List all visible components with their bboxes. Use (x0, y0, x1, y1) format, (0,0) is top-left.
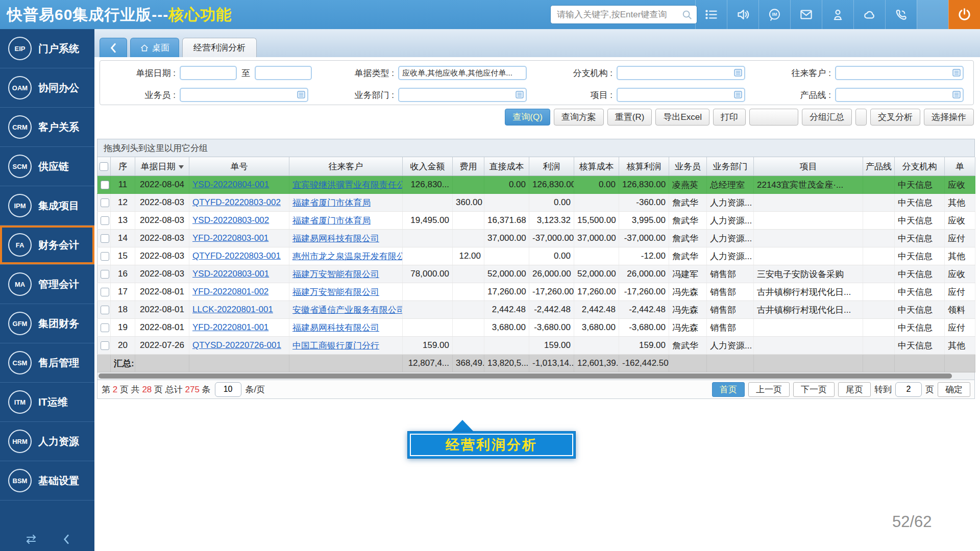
row-checkbox[interactable] (101, 323, 109, 332)
doc-no-link[interactable]: QTYSD-20220726-001 (192, 340, 281, 350)
export-excel-button[interactable]: 导出Excel (655, 109, 709, 126)
goto-confirm-button[interactable]: 确定 (938, 382, 970, 397)
branch-input[interactable] (618, 67, 744, 79)
row-checkbox[interactable] (101, 270, 109, 279)
salesman-lookup-icon[interactable] (297, 91, 305, 98)
table-row[interactable]: 122022-08-03QTYFD-20220803-002福建省厦门市体育局3… (97, 194, 975, 212)
cross-analysis-button[interactable]: 交叉分析 (870, 109, 920, 126)
doc-no-link[interactable]: YSD-20220803-001 (192, 269, 269, 279)
mail-icon[interactable] (790, 0, 822, 29)
doc-no-link[interactable]: LLCK-20220801-001 (192, 305, 273, 314)
search-input[interactable] (551, 6, 697, 23)
tab-desktop[interactable]: 桌面 (130, 38, 179, 57)
row-checkbox[interactable] (101, 341, 109, 350)
product-line-lookup-icon[interactable] (952, 91, 961, 98)
column-header-9[interactable]: 核算利润 (619, 157, 669, 176)
column-header-5[interactable]: 费用 (453, 157, 484, 176)
column-header-7[interactable]: 利润 (529, 157, 574, 176)
sidebar-item-eip[interactable]: EIP门户系统 (0, 29, 94, 68)
power-icon[interactable] (948, 0, 980, 29)
prev-page-button[interactable]: 上一页 (748, 382, 790, 397)
query-plan-button[interactable]: 查询方案 (554, 109, 604, 126)
column-header-0[interactable]: 序 (111, 157, 135, 176)
customer-link[interactable]: 福建易网科技有限公司 (292, 323, 379, 333)
partner-lookup-icon[interactable] (952, 69, 961, 77)
group-by-drop-zone[interactable]: 拖拽列头到这里以用它分组 (97, 139, 975, 157)
blank-button-button[interactable] (749, 109, 798, 126)
table-row[interactable]: 112022-08-04YSD-20220804-001宜宾骏继洪骥置业有限责任… (97, 176, 975, 194)
table-row[interactable]: 192022-08-01YFD-20220801-001福建易网科技有限公司3,… (97, 319, 975, 337)
doc-date-to-input[interactable] (256, 67, 311, 79)
search-icon[interactable] (681, 9, 693, 20)
doc-no-link[interactable]: YSD-20220804-001 (192, 180, 269, 189)
blank-small-button-button[interactable] (855, 109, 867, 126)
goto-page-input[interactable] (895, 382, 922, 397)
customer-link[interactable]: 惠州市龙之泉温泉开发有限公... (292, 252, 403, 261)
print-button[interactable]: 打印 (713, 109, 746, 126)
im-icon[interactable]: IM (758, 0, 790, 29)
page-size-input[interactable] (215, 382, 241, 397)
row-checkbox[interactable] (101, 252, 109, 261)
sidebar-item-scm[interactable]: SCM供应链 (0, 147, 94, 186)
horizontal-scrollbar-track[interactable] (97, 372, 975, 380)
tab-profit-analysis[interactable]: 经营利润分析 (182, 38, 257, 57)
column-header-8[interactable]: 核算成本 (574, 157, 619, 176)
sidebar-item-ipm[interactable]: IPM集成项目 (0, 186, 94, 226)
table-row[interactable]: 132022-08-03YSD-20220803-002福建省厦门市体育局19,… (97, 212, 975, 230)
project-input[interactable] (618, 89, 744, 101)
row-checkbox[interactable] (101, 288, 109, 296)
customer-link[interactable]: 福建省厦门市体育局 (292, 216, 371, 226)
blank-cell[interactable] (917, 0, 948, 29)
row-checkbox[interactable] (101, 198, 109, 207)
last-page-button[interactable]: 尾页 (838, 382, 871, 397)
table-row[interactable]: 162022-08-03YSD-20220803-001福建万安智能有限公司78… (97, 265, 975, 283)
row-checkbox[interactable] (101, 306, 109, 314)
sidebar-item-bsm[interactable]: BSM基础设置 (0, 461, 94, 500)
table-row[interactable]: 182022-08-01LLCK-20220801-001安徽省通信产业服务有限… (97, 301, 975, 319)
sidebar-item-crm[interactable]: CRM客户关系 (0, 108, 94, 147)
group-summary-button[interactable]: 分组汇总 (802, 109, 852, 126)
column-header-14[interactable]: 分支机构 (895, 157, 945, 176)
horizontal-scrollbar-thumb[interactable] (99, 373, 952, 379)
doc-date-from-input[interactable] (181, 67, 236, 79)
doc-no-link[interactable]: YFD-20220801-002 (192, 287, 268, 296)
column-header-10[interactable]: 业务员 (669, 157, 707, 176)
doc-no-link[interactable]: QTYFD-20220803-001 (192, 251, 281, 261)
doc-no-link[interactable]: YSD-20220803-002 (192, 215, 269, 225)
table-row[interactable]: 152022-08-03QTYFD-20220803-001惠州市龙之泉温泉开发… (97, 247, 975, 265)
table-row[interactable]: 142022-08-03YFD-20220803-001福建易网科技有限公司37… (97, 230, 975, 247)
sidebar-item-itm[interactable]: ITMIT运维 (0, 383, 94, 422)
sidebar-item-hrm[interactable]: HRM人力资源 (0, 422, 94, 461)
column-header-15[interactable]: 单 (945, 157, 975, 176)
sidebar-item-ma[interactable]: MA管理会计 (0, 265, 94, 304)
table-row[interactable]: 202022-07-26QTYSD-20220726-001中国工商银行厦门分行… (97, 337, 975, 355)
doc-no-link[interactable]: YFD-20220801-001 (192, 322, 268, 332)
cloud-icon[interactable] (853, 0, 885, 29)
phone-icon[interactable] (885, 0, 917, 29)
row-checkbox[interactable] (101, 234, 109, 243)
list-icon[interactable] (695, 0, 727, 29)
customer-link[interactable]: 福建万安智能有限公司 (292, 269, 379, 279)
first-page-button[interactable]: 首页 (712, 382, 745, 397)
tab-back-button[interactable] (100, 38, 127, 57)
table-row[interactable]: 172022-08-01YFD-20220801-002福建万安智能有限公司17… (97, 283, 975, 301)
branch-lookup-icon[interactable] (734, 69, 742, 77)
customer-link[interactable]: 福建易网科技有限公司 (292, 234, 379, 243)
dept-input[interactable] (399, 89, 526, 101)
speaker-icon[interactable] (727, 0, 758, 29)
column-header-13[interactable]: 产品线 (863, 157, 895, 176)
column-header-2[interactable]: 单号 (189, 157, 289, 176)
select-operation-button[interactable]: 选择操作 (924, 109, 974, 126)
partner-input[interactable] (836, 67, 963, 79)
customer-link[interactable]: 中国工商银行厦门分行 (292, 341, 379, 350)
column-header-4[interactable]: 收入金额 (403, 157, 453, 176)
column-header-11[interactable]: 业务部门 (707, 157, 754, 176)
collapse-sidebar-icon[interactable] (63, 534, 70, 544)
dept-lookup-icon[interactable] (516, 91, 524, 98)
column-header-12[interactable]: 项目 (754, 157, 863, 176)
column-header-1[interactable]: 单据日期 (135, 157, 189, 176)
sidebar-item-fa[interactable]: FA财务会计 (0, 226, 94, 265)
row-checkbox[interactable] (101, 216, 109, 225)
customer-link[interactable]: 福建省厦门市体育局 (292, 198, 371, 208)
doc-type-input[interactable] (399, 67, 526, 79)
